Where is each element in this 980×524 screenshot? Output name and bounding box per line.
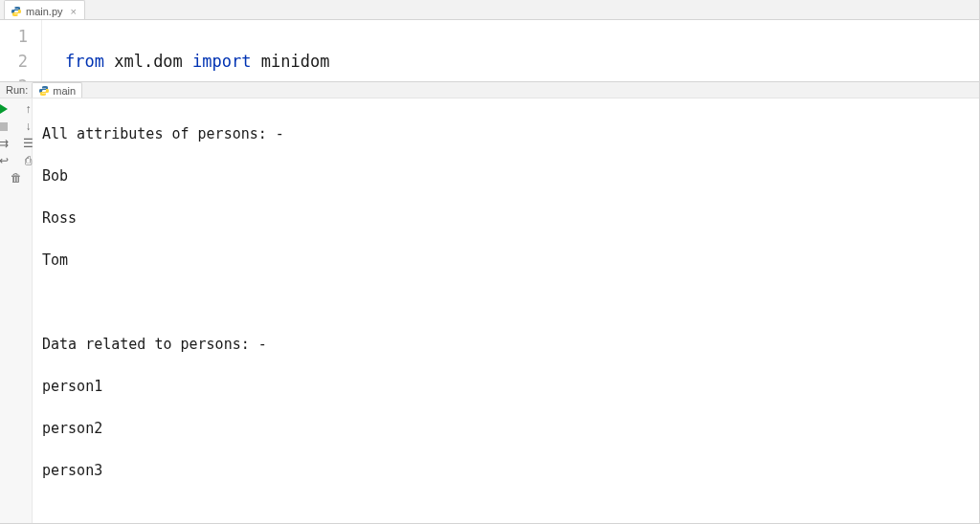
tab-filename: main.py <box>26 6 63 17</box>
close-icon[interactable]: × <box>71 6 77 17</box>
run-tab-main[interactable]: main <box>32 82 82 98</box>
code-editor[interactable]: 1 2 3 4 5 6 7 8 9 10 11 12 from xml.dom … <box>0 20 979 81</box>
output-line: Ross <box>42 207 979 229</box>
svg-point-1 <box>17 14 18 15</box>
line-number: 2 <box>0 49 41 74</box>
output-line: Bob <box>42 165 979 186</box>
output-line <box>42 292 979 313</box>
svg-rect-2 <box>0 122 8 131</box>
output-line: Data related to persons: - <box>42 334 979 355</box>
rerun-button[interactable] <box>0 102 15 116</box>
python-file-icon <box>11 6 22 17</box>
output-line: Tom <box>42 250 979 271</box>
output-line: person2 <box>42 418 979 439</box>
run-panel: ↑ ↓ ⇉ ☰ ↩ ⎙ 🗑 All attributes of persons:… <box>0 98 979 523</box>
run-tool-buttons: ↑ ↓ ⇉ ☰ ↩ ⎙ 🗑 <box>0 98 33 523</box>
ide-window: main.py × 1 2 3 4 5 6 7 8 9 10 11 12 fro… <box>0 0 980 524</box>
run-toolwindow-header: Run: main <box>0 81 979 98</box>
output-line: person3 <box>42 460 979 481</box>
editor-tabbar: main.py × <box>0 0 979 20</box>
wrap-icon[interactable]: ↩ <box>0 154 15 167</box>
output-line: All attributes of persons: - <box>42 123 979 144</box>
stop-button[interactable] <box>0 120 15 133</box>
line-number-gutter: 1 2 3 4 5 6 7 8 9 10 11 12 <box>0 20 42 81</box>
run-panel-label: Run: <box>2 84 32 96</box>
run-tab-label: main <box>53 85 76 97</box>
code-line: from xml.dom import minidom <box>65 49 979 74</box>
svg-point-0 <box>14 7 15 8</box>
line-number: 3 <box>0 74 41 81</box>
code-area[interactable]: from xml.dom import minidom xmlDoc = min… <box>42 20 979 81</box>
trash-icon[interactable]: 🗑 <box>5 171 28 185</box>
tab-main-py[interactable]: main.py × <box>4 0 85 19</box>
output-line: person1 <box>42 376 979 397</box>
python-run-icon <box>38 85 50 97</box>
line-number: 1 <box>0 24 41 49</box>
console-output[interactable]: All attributes of persons: - Bob Ross To… <box>33 98 979 523</box>
step-over-icon[interactable]: ⇉ <box>0 137 15 150</box>
